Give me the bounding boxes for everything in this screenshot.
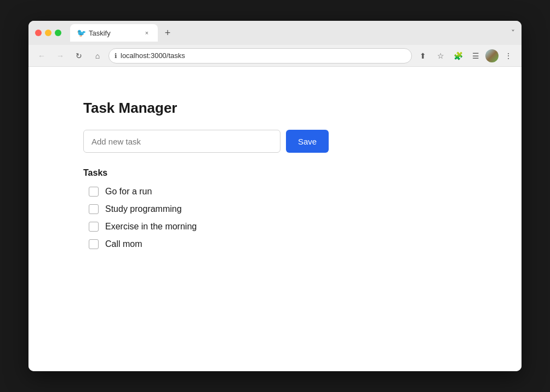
task-checkbox[interactable]	[89, 239, 99, 249]
forward-button[interactable]: →	[53, 48, 68, 64]
tasks-section-label: Tasks	[83, 168, 467, 178]
add-task-row: Save	[83, 130, 467, 153]
browser-window: 🐦 Taskify × + ˅ ← → ↻ ⌂ ℹ localhost:3000…	[28, 21, 522, 371]
task-label: Study programming	[105, 204, 182, 214]
back-button[interactable]: ←	[34, 48, 49, 64]
share-button[interactable]: ⬆	[415, 48, 431, 64]
minimize-button[interactable]	[45, 30, 51, 36]
reading-list-button[interactable]: ☰	[468, 48, 483, 64]
page-content: Task Manager Save Tasks Go for a runStud…	[28, 67, 522, 371]
nav-icons: ⬆ ☆ 🧩 ☰ ⋮	[415, 48, 516, 64]
task-item: Study programming	[89, 204, 467, 214]
title-bar: 🐦 Taskify × + ˅	[28, 21, 522, 45]
tab-title: Taskify	[89, 29, 139, 37]
task-item: Exercise in the morning	[89, 222, 467, 232]
home-button[interactable]: ⌂	[90, 48, 105, 64]
task-checkbox[interactable]	[89, 204, 99, 214]
profile-avatar[interactable]	[485, 49, 499, 62]
more-menu-button[interactable]: ⋮	[501, 48, 516, 64]
task-label: Exercise in the morning	[105, 222, 197, 232]
address-text: localhost:3000/tasks	[121, 51, 185, 60]
task-item: Call mom	[89, 239, 467, 249]
task-label: Go for a run	[105, 187, 152, 197]
active-tab[interactable]: 🐦 Taskify ×	[70, 24, 158, 42]
extensions-button[interactable]: 🧩	[450, 48, 466, 64]
task-item: Go for a run	[89, 187, 467, 197]
task-list: Go for a runStudy programmingExercise in…	[83, 187, 467, 249]
page-title: Task Manager	[83, 100, 467, 117]
new-tab-button[interactable]: +	[160, 25, 175, 41]
tab-dropdown-button[interactable]: ˅	[511, 28, 515, 37]
tab-bar: 🐦 Taskify × + ˅	[70, 24, 515, 42]
add-task-input[interactable]	[83, 130, 280, 153]
close-button[interactable]	[35, 30, 42, 36]
nav-bar: ← → ↻ ⌂ ℹ localhost:3000/tasks ⬆ ☆ 🧩 ☰ ⋮	[28, 45, 522, 67]
reload-button[interactable]: ↻	[71, 48, 87, 64]
task-checkbox[interactable]	[89, 222, 99, 232]
task-label: Call mom	[105, 239, 142, 249]
lock-icon: ℹ	[114, 52, 117, 60]
maximize-button[interactable]	[55, 30, 61, 36]
task-checkbox[interactable]	[89, 187, 99, 197]
address-bar[interactable]: ℹ localhost:3000/tasks	[108, 48, 412, 64]
save-button[interactable]: Save	[286, 130, 329, 153]
tab-close-icon[interactable]: ×	[142, 28, 151, 37]
traffic-lights	[35, 30, 61, 36]
bookmark-button[interactable]: ☆	[433, 48, 448, 64]
tab-favicon-icon: 🐦	[77, 28, 85, 37]
